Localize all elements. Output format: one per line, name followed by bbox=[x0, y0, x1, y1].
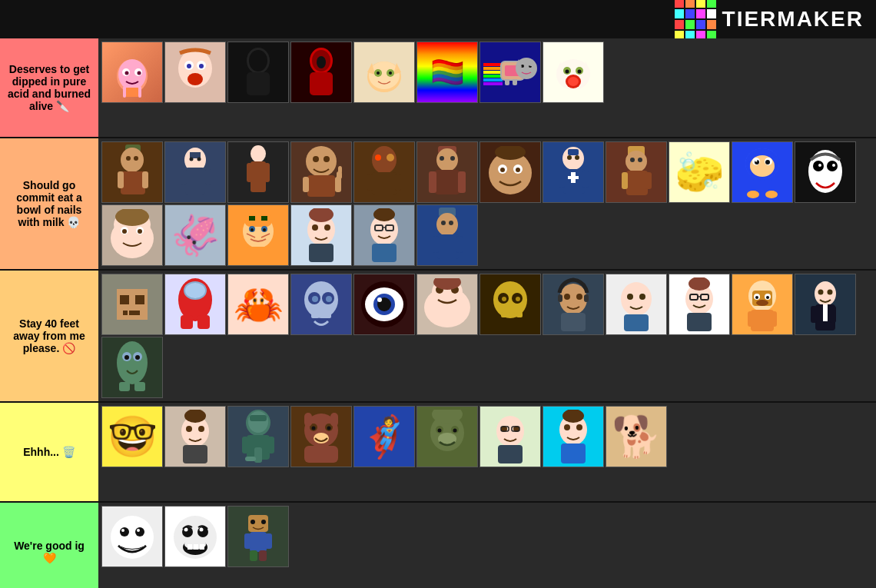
svg-rect-35 bbox=[483, 82, 503, 85]
svg-point-151 bbox=[263, 228, 266, 231]
svg-rect-241 bbox=[823, 304, 828, 321]
svg-rect-145 bbox=[244, 213, 272, 227]
list-item bbox=[416, 406, 478, 467]
svg-point-265 bbox=[312, 427, 316, 430]
svg-point-251 bbox=[198, 426, 204, 432]
svg-point-89 bbox=[440, 156, 444, 161]
svg-rect-86 bbox=[395, 174, 401, 191]
list-item bbox=[353, 204, 415, 266]
svg-rect-60 bbox=[118, 171, 124, 188]
svg-rect-281 bbox=[498, 445, 523, 463]
svg-point-66 bbox=[197, 158, 201, 161]
svg-rect-177 bbox=[129, 311, 135, 315]
tier-row-2: Should go commit eat a bowl of nails wit… bbox=[0, 138, 876, 271]
svg-point-290 bbox=[120, 527, 129, 537]
list-item bbox=[101, 506, 163, 567]
svg-rect-256 bbox=[250, 415, 267, 421]
svg-rect-247 bbox=[119, 382, 130, 391]
list-item bbox=[543, 406, 604, 467]
svg-point-231 bbox=[756, 300, 768, 306]
svg-rect-33 bbox=[483, 75, 503, 78]
svg-point-126 bbox=[755, 160, 758, 162]
svg-rect-76 bbox=[307, 175, 335, 197]
svg-point-229 bbox=[755, 296, 758, 299]
svg-rect-8 bbox=[138, 86, 141, 98]
list-item bbox=[543, 274, 604, 335]
svg-point-135 bbox=[818, 164, 821, 167]
list-item bbox=[101, 42, 163, 103]
svg-rect-85 bbox=[367, 174, 373, 191]
svg-rect-114 bbox=[622, 172, 628, 189]
svg-rect-232 bbox=[751, 310, 774, 331]
tier-label-2: Should go commit eat a bowl of nails wit… bbox=[0, 138, 98, 269]
svg-point-242 bbox=[117, 341, 148, 384]
svg-point-187 bbox=[312, 296, 318, 302]
tier-list: TiERMAKER Deserves to get dipped in pure… bbox=[0, 0, 876, 588]
svg-point-293 bbox=[137, 529, 140, 532]
svg-rect-172 bbox=[456, 236, 463, 253]
svg-point-216 bbox=[627, 294, 633, 300]
tier-label-1: Deserves to get dipped in pure acid and … bbox=[0, 38, 98, 137]
svg-rect-174 bbox=[120, 295, 129, 304]
svg-point-204 bbox=[502, 297, 506, 301]
svg-rect-19 bbox=[310, 72, 333, 95]
svg-point-23 bbox=[369, 61, 400, 89]
svg-rect-175 bbox=[135, 295, 144, 304]
svg-rect-61 bbox=[142, 171, 148, 188]
svg-point-5 bbox=[138, 71, 141, 75]
list-item: 🦀 bbox=[227, 274, 289, 335]
svg-rect-93 bbox=[458, 171, 466, 193]
svg-rect-105 bbox=[559, 171, 565, 188]
svg-point-125 bbox=[765, 160, 770, 164]
svg-rect-268 bbox=[304, 413, 312, 427]
svg-rect-72 bbox=[264, 163, 270, 182]
svg-rect-211 bbox=[584, 294, 589, 302]
svg-point-17 bbox=[249, 50, 267, 71]
svg-rect-206 bbox=[501, 312, 507, 317]
svg-rect-30 bbox=[483, 63, 503, 66]
svg-point-150 bbox=[251, 228, 254, 231]
list-item bbox=[164, 141, 226, 203]
svg-rect-312 bbox=[250, 550, 257, 561]
list-item bbox=[290, 406, 352, 467]
list-item bbox=[353, 42, 415, 103]
svg-point-54 bbox=[568, 77, 579, 86]
svg-rect-182 bbox=[181, 315, 193, 329]
svg-point-230 bbox=[766, 296, 769, 299]
svg-rect-113 bbox=[626, 171, 648, 195]
svg-point-250 bbox=[186, 426, 192, 432]
svg-rect-189 bbox=[311, 312, 319, 318]
list-item bbox=[290, 204, 352, 266]
svg-rect-313 bbox=[259, 550, 267, 561]
svg-rect-176 bbox=[123, 311, 128, 315]
list-item bbox=[479, 406, 541, 467]
logo-icon bbox=[675, 0, 716, 40]
svg-rect-302 bbox=[194, 544, 198, 550]
svg-point-56 bbox=[121, 148, 144, 172]
svg-rect-287 bbox=[561, 443, 586, 463]
tier-items-2: 🧽 bbox=[98, 138, 876, 269]
svg-rect-183 bbox=[197, 315, 210, 329]
svg-rect-6 bbox=[124, 88, 140, 97]
svg-point-98 bbox=[516, 168, 520, 172]
svg-rect-71 bbox=[247, 163, 252, 182]
svg-point-69 bbox=[251, 145, 266, 162]
list-item bbox=[353, 274, 415, 335]
svg-rect-311 bbox=[265, 533, 272, 549]
svg-point-181 bbox=[185, 283, 205, 298]
svg-rect-32 bbox=[483, 71, 503, 74]
tier-row-3: Stay 40 feet away from me please. 🚫 bbox=[0, 271, 876, 403]
svg-point-246 bbox=[135, 355, 140, 360]
svg-rect-301 bbox=[187, 544, 192, 550]
svg-rect-207 bbox=[509, 312, 515, 317]
svg-point-217 bbox=[639, 294, 645, 300]
list-item bbox=[227, 204, 289, 266]
svg-rect-240 bbox=[830, 306, 836, 323]
svg-rect-92 bbox=[429, 171, 436, 193]
svg-rect-34 bbox=[483, 78, 503, 81]
list-item bbox=[227, 506, 289, 567]
svg-point-51 bbox=[566, 69, 569, 73]
list-item bbox=[290, 141, 352, 203]
svg-rect-78 bbox=[335, 177, 341, 192]
tier-items-4: 🤓 bbox=[98, 403, 876, 501]
